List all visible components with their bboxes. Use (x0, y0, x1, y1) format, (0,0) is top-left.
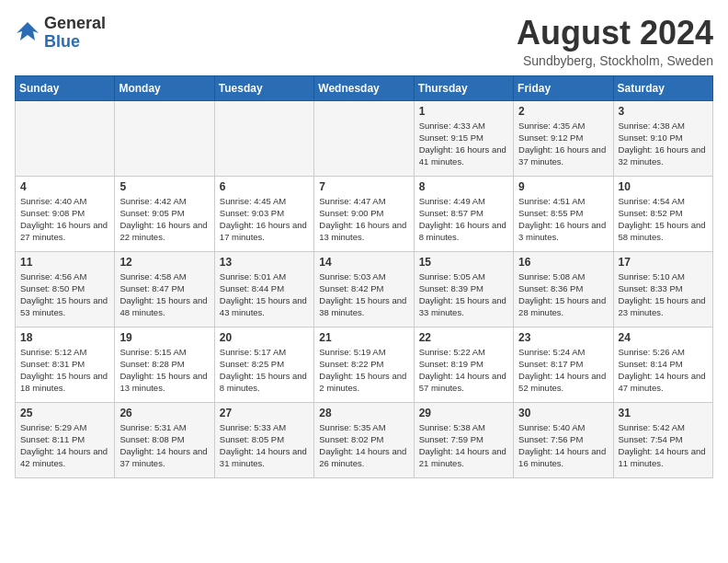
calendar-cell: 16Sunrise: 5:08 AM Sunset: 8:36 PM Dayli… (514, 251, 613, 327)
day-number: 29 (419, 407, 508, 419)
day-info: Sunrise: 5:22 AM Sunset: 8:19 PM Dayligh… (419, 346, 508, 395)
calendar-cell: 21Sunrise: 5:19 AM Sunset: 8:22 PM Dayli… (314, 327, 414, 402)
day-info: Sunrise: 4:45 AM Sunset: 9:03 PM Dayligh… (220, 195, 309, 244)
day-number: 9 (518, 180, 608, 193)
day-number: 14 (319, 256, 408, 269)
calendar-cell: 19Sunrise: 5:15 AM Sunset: 8:28 PM Dayli… (115, 327, 214, 402)
day-number: 27 (220, 407, 309, 419)
calendar-cell: 1Sunrise: 4:33 AM Sunset: 9:15 PM Daylig… (414, 100, 513, 176)
weekday-header-friday: Friday (514, 75, 613, 100)
weekday-header-thursday: Thursday (414, 75, 513, 100)
day-info: Sunrise: 5:17 AM Sunset: 8:25 PM Dayligh… (220, 346, 309, 395)
calendar-cell: 6Sunrise: 4:45 AM Sunset: 9:03 PM Daylig… (214, 176, 313, 251)
day-info: Sunrise: 5:38 AM Sunset: 7:59 PM Dayligh… (419, 421, 508, 470)
day-info: Sunrise: 5:10 AM Sunset: 8:33 PM Dayligh… (619, 270, 708, 319)
weekday-header-tuesday: Tuesday (214, 75, 313, 100)
day-number: 10 (619, 180, 708, 193)
weekday-header-sunday: Sunday (16, 75, 115, 100)
day-info: Sunrise: 5:42 AM Sunset: 7:54 PM Dayligh… (619, 421, 708, 470)
day-info: Sunrise: 4:49 AM Sunset: 8:57 PM Dayligh… (419, 195, 508, 244)
calendar-body: 1Sunrise: 4:33 AM Sunset: 9:15 PM Daylig… (16, 100, 713, 477)
month-title: August 2024 (517, 15, 713, 52)
calendar-cell: 7Sunrise: 4:47 AM Sunset: 9:00 PM Daylig… (314, 176, 414, 251)
day-info: Sunrise: 5:03 AM Sunset: 8:42 PM Dayligh… (319, 270, 408, 319)
calendar-week-row: 1Sunrise: 4:33 AM Sunset: 9:15 PM Daylig… (16, 100, 713, 176)
calendar-cell: 20Sunrise: 5:17 AM Sunset: 8:25 PM Dayli… (214, 327, 313, 402)
calendar-cell: 25Sunrise: 5:29 AM Sunset: 8:11 PM Dayli… (16, 402, 115, 477)
day-number: 31 (619, 407, 708, 419)
day-number: 20 (220, 331, 309, 344)
calendar-cell (115, 100, 214, 176)
day-info: Sunrise: 4:38 AM Sunset: 9:10 PM Dayligh… (619, 120, 708, 168)
calendar-cell: 17Sunrise: 5:10 AM Sunset: 8:33 PM Dayli… (613, 251, 712, 327)
day-info: Sunrise: 5:33 AM Sunset: 8:05 PM Dayligh… (220, 421, 309, 470)
day-number: 6 (220, 180, 309, 193)
day-info: Sunrise: 4:47 AM Sunset: 9:00 PM Dayligh… (319, 195, 408, 244)
calendar-week-row: 4Sunrise: 4:40 AM Sunset: 9:08 PM Daylig… (16, 176, 713, 251)
day-info: Sunrise: 4:40 AM Sunset: 9:08 PM Dayligh… (20, 195, 109, 244)
calendar-cell (214, 100, 313, 176)
day-number: 1 (419, 105, 508, 118)
calendar-cell: 22Sunrise: 5:22 AM Sunset: 8:19 PM Dayli… (414, 327, 513, 402)
logo-text: General Blue (44, 15, 106, 52)
calendar-cell: 12Sunrise: 4:58 AM Sunset: 8:47 PM Dayli… (115, 251, 214, 327)
day-info: Sunrise: 4:54 AM Sunset: 8:52 PM Dayligh… (619, 195, 708, 244)
day-number: 19 (119, 331, 209, 344)
calendar-cell: 4Sunrise: 4:40 AM Sunset: 9:08 PM Daylig… (16, 176, 115, 251)
calendar-cell: 8Sunrise: 4:49 AM Sunset: 8:57 PM Daylig… (414, 176, 513, 251)
day-number: 28 (319, 407, 408, 419)
calendar-cell (16, 100, 115, 176)
calendar-cell: 29Sunrise: 5:38 AM Sunset: 7:59 PM Dayli… (414, 402, 513, 477)
day-info: Sunrise: 5:26 AM Sunset: 8:14 PM Dayligh… (619, 346, 708, 395)
day-number: 3 (619, 105, 708, 118)
day-number: 21 (319, 331, 408, 344)
calendar-cell: 26Sunrise: 5:31 AM Sunset: 8:08 PM Dayli… (115, 402, 214, 477)
calendar-cell: 15Sunrise: 5:05 AM Sunset: 8:39 PM Dayli… (414, 251, 513, 327)
day-info: Sunrise: 4:58 AM Sunset: 8:47 PM Dayligh… (119, 270, 209, 319)
calendar-cell: 28Sunrise: 5:35 AM Sunset: 8:02 PM Dayli… (314, 402, 414, 477)
day-number: 13 (220, 256, 309, 269)
day-number: 5 (119, 180, 209, 193)
day-number: 11 (20, 256, 109, 269)
day-number: 30 (518, 407, 608, 419)
weekday-header-saturday: Saturday (613, 75, 712, 100)
calendar-cell: 3Sunrise: 4:38 AM Sunset: 9:10 PM Daylig… (613, 100, 712, 176)
day-info: Sunrise: 5:40 AM Sunset: 7:56 PM Dayligh… (518, 421, 608, 470)
calendar-header: SundayMondayTuesdayWednesdayThursdayFrid… (16, 75, 713, 100)
day-info: Sunrise: 4:56 AM Sunset: 8:50 PM Dayligh… (20, 270, 109, 319)
day-info: Sunrise: 4:35 AM Sunset: 9:12 PM Dayligh… (518, 120, 608, 168)
day-number: 15 (419, 256, 508, 269)
calendar-cell: 14Sunrise: 5:03 AM Sunset: 8:42 PM Dayli… (314, 251, 414, 327)
weekday-header-wednesday: Wednesday (314, 75, 414, 100)
day-info: Sunrise: 5:05 AM Sunset: 8:39 PM Dayligh… (419, 270, 508, 319)
calendar-week-row: 11Sunrise: 4:56 AM Sunset: 8:50 PM Dayli… (16, 251, 713, 327)
calendar-cell: 13Sunrise: 5:01 AM Sunset: 8:44 PM Dayli… (214, 251, 313, 327)
day-number: 24 (619, 331, 708, 344)
calendar-cell: 27Sunrise: 5:33 AM Sunset: 8:05 PM Dayli… (214, 402, 313, 477)
day-info: Sunrise: 4:51 AM Sunset: 8:55 PM Dayligh… (518, 195, 608, 244)
day-number: 18 (20, 331, 109, 344)
title-block: August 2024 Sundbyberg, Stockholm, Swede… (517, 15, 713, 68)
logo-general: General (44, 14, 106, 32)
calendar-cell: 10Sunrise: 4:54 AM Sunset: 8:52 PM Dayli… (613, 176, 712, 251)
day-number: 16 (518, 256, 608, 269)
day-info: Sunrise: 5:01 AM Sunset: 8:44 PM Dayligh… (220, 270, 309, 319)
day-number: 17 (619, 256, 708, 269)
calendar-cell: 5Sunrise: 4:42 AM Sunset: 9:05 PM Daylig… (115, 176, 214, 251)
svg-marker-0 (17, 22, 39, 40)
calendar-cell: 30Sunrise: 5:40 AM Sunset: 7:56 PM Dayli… (514, 402, 613, 477)
logo-blue: Blue (44, 32, 80, 51)
calendar-week-row: 18Sunrise: 5:12 AM Sunset: 8:31 PM Dayli… (16, 327, 713, 402)
day-info: Sunrise: 4:33 AM Sunset: 9:15 PM Dayligh… (419, 120, 508, 168)
day-number: 26 (119, 407, 209, 419)
calendar-table: SundayMondayTuesdayWednesdayThursdayFrid… (15, 75, 713, 478)
calendar-cell (314, 100, 414, 176)
weekday-header-row: SundayMondayTuesdayWednesdayThursdayFrid… (16, 75, 713, 100)
calendar-cell: 18Sunrise: 5:12 AM Sunset: 8:31 PM Dayli… (16, 327, 115, 402)
day-number: 25 (20, 407, 109, 419)
page-header: General Blue August 2024 Sundbyberg, Sto… (15, 15, 713, 68)
day-number: 12 (119, 256, 209, 269)
day-info: Sunrise: 5:12 AM Sunset: 8:31 PM Dayligh… (20, 346, 109, 395)
day-info: Sunrise: 5:24 AM Sunset: 8:17 PM Dayligh… (518, 346, 608, 395)
day-number: 23 (518, 331, 608, 344)
